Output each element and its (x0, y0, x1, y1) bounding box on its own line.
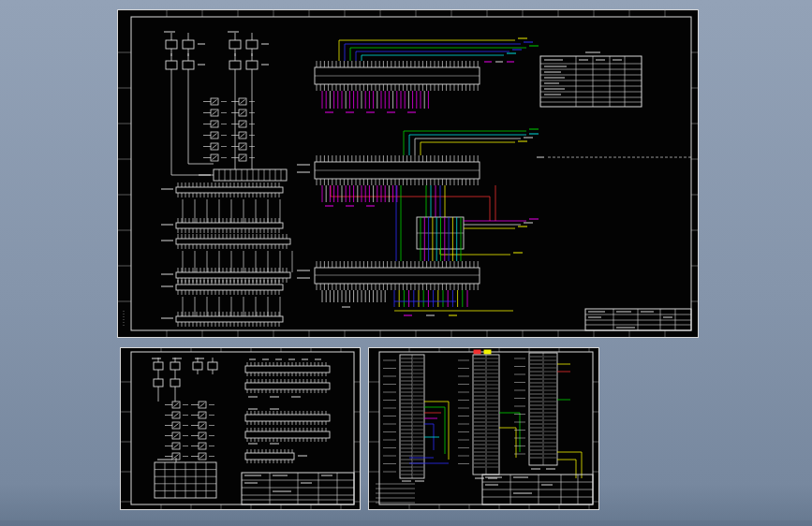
schematic-rect (245, 383, 330, 389)
schematic-comp (229, 33, 241, 56)
32 (413, 358, 423, 475)
22 (247, 428, 326, 431)
22 (247, 438, 326, 442)
28 (178, 312, 279, 316)
16 (394, 290, 467, 307)
42 (317, 261, 478, 268)
schematic-comp (193, 358, 202, 374)
10 (183, 251, 292, 272)
schematic-grid (155, 462, 216, 498)
cad-stage (0, 0, 812, 526)
22 (247, 379, 326, 383)
6 (165, 402, 188, 460)
schematic-rect (245, 366, 330, 373)
15 (383, 360, 396, 472)
schematic-rect (176, 223, 283, 228)
6 (191, 402, 214, 460)
schematic-comp (170, 358, 180, 374)
30 (474, 358, 485, 467)
drawing-sheet-bottom-right-canvas (368, 347, 599, 510)
28 (178, 193, 279, 197)
schematic-table (242, 473, 354, 504)
30 (487, 358, 498, 467)
schematic-comp (154, 358, 163, 374)
6 (203, 98, 227, 161)
42 (317, 155, 478, 162)
20 (322, 185, 397, 202)
13 (247, 449, 292, 453)
schematic-rect (176, 285, 283, 290)
28 (178, 290, 279, 295)
schematic-comp (208, 358, 217, 374)
schematic-rect (176, 187, 283, 193)
sheet-frame (121, 348, 361, 510)
30 (178, 234, 287, 239)
schematic-grid (214, 169, 287, 181)
drawing-sheet-main (117, 9, 699, 338)
9 (183, 297, 280, 316)
bottom-edge-shade (0, 520, 812, 526)
5 (376, 484, 415, 503)
22 (247, 411, 326, 415)
28 (530, 357, 542, 458)
13 (247, 460, 292, 463)
schematic-table (540, 56, 642, 107)
drawing-sheet-bottom-right (368, 347, 599, 510)
schematic-comp (154, 374, 163, 391)
30 (178, 244, 287, 249)
schematic-comp (246, 33, 258, 56)
schematic-rect (484, 350, 491, 354)
17 (322, 290, 385, 302)
sheet-frame (369, 348, 599, 510)
schematic-comp (229, 53, 241, 77)
schematic-rect (176, 316, 283, 322)
drawing-sheet-main-canvas (117, 9, 699, 338)
schematic-rect (245, 453, 294, 460)
schematic-comp (166, 53, 177, 77)
drawing-sheet-bottom-left (120, 347, 361, 510)
5 (426, 185, 445, 217)
schematic-rect (176, 239, 290, 244)
schematic-comp (170, 374, 180, 391)
9 (183, 199, 280, 223)
schematic-rect (245, 415, 330, 421)
schematic-table (482, 475, 593, 504)
schematic-rect (176, 272, 290, 278)
schematic-comp (166, 33, 177, 56)
42 (317, 179, 478, 185)
22 (247, 362, 326, 366)
22 (247, 389, 326, 393)
schematic-comp (183, 33, 194, 56)
22 (247, 421, 326, 425)
42 (317, 61, 478, 67)
sheet-frame (118, 10, 699, 338)
schematic-comp (246, 53, 258, 77)
11 (421, 249, 461, 261)
42 (317, 284, 478, 290)
28 (322, 91, 428, 109)
28 (178, 218, 279, 223)
schematic-rect (245, 431, 330, 438)
22 (247, 373, 326, 376)
28 (178, 280, 279, 285)
28 (544, 357, 556, 458)
schematic-comp (183, 53, 194, 77)
28 (178, 322, 279, 327)
schematic-rect (315, 268, 480, 284)
32 (401, 358, 412, 475)
42 (317, 84, 478, 91)
28 (178, 183, 279, 187)
drawing-sheet-bottom-left-canvas (120, 347, 361, 510)
30 (178, 268, 287, 272)
28 (178, 228, 279, 233)
schematic-rect (474, 350, 480, 354)
30 (178, 278, 287, 283)
14 (458, 360, 469, 464)
